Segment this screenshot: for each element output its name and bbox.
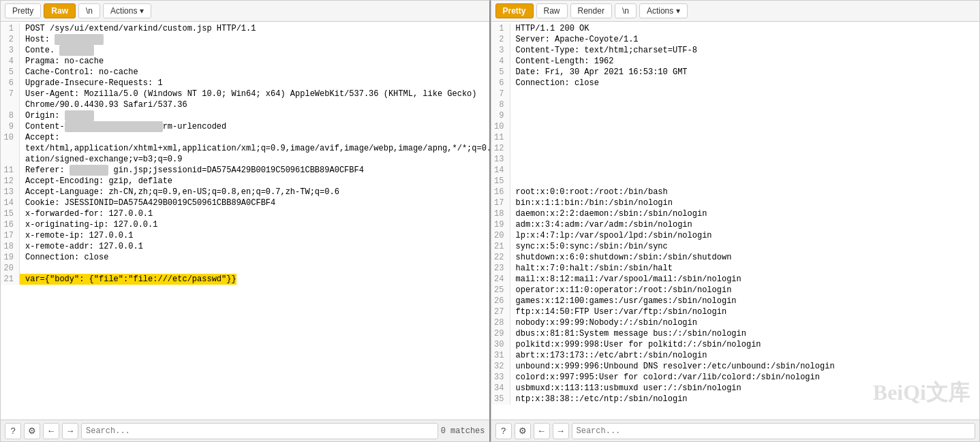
table-row: 16 root:x:0:0:root:/root:/bin/bash [491,187,980,198]
table-row: 28 nobody:x:99:99:Nobody:/:/sbin/nologin [491,317,980,328]
help-button[interactable]: ? [5,423,21,439]
right-code-lines: 1 HTTP/1.1 200 OK 2 Server: Apache-Coyot… [491,23,980,418]
table-row: 6 Upgrade-Insecure-Requests: 1 [1,78,489,89]
table-row: 14 [491,165,980,176]
table-row: 27 ftp:x:14:50:FTP User:/var/ftp:/sbin/n… [491,306,980,317]
table-row: 15 [491,176,980,187]
left-actions-btn[interactable]: Actions ▾ [103,3,151,18]
table-row: text/html,application/xhtml+xml,applicat… [1,143,489,154]
arrow-right-icon: → [556,426,565,436]
right-bottom-bar: ? ⚙ ← → [491,420,980,441]
right-code-area[interactable]: 1 HTTP/1.1 200 OK 2 Server: Apache-Coyot… [491,22,980,420]
table-row: 10 [491,121,980,132]
right-settings-button[interactable]: ⚙ [515,423,531,439]
table-row: 33 colord:x:997:995:User for colord:/var… [491,372,980,383]
table-row: 12 [491,143,980,154]
question-icon: ? [501,426,506,436]
table-row: 12 Accept-Encoding: gzip, deflate [1,176,489,187]
left-pretty-btn[interactable]: Pretty [5,3,41,18]
table-row: 25 operator:x:11:0:operator:/root:/sbin/… [491,285,980,296]
left-panel: Pretty Raw \n Actions ▾ 1 POST /sys/ui/e… [0,0,491,442]
left-code-area[interactable]: 1 POST /sys/ui/extend/varkind/custom.jsp… [1,22,489,420]
prev-match-button[interactable]: ← [43,423,59,439]
right-search-input[interactable] [572,423,976,439]
right-render-btn[interactable]: Render [570,3,612,18]
settings-button[interactable]: ⚙ [24,423,40,439]
left-bottom-bar: ? ⚙ ← → 0 matches [1,420,489,441]
table-row: 17 bin:x:1:1:bin:/bin:/sbin/nologin [491,198,980,208]
arrow-left-icon: ← [47,426,56,436]
table-row: 21 var={"body": {"file":"file:///etc/pas… [1,274,489,285]
question-icon: ? [10,426,15,436]
next-match-button[interactable]: → [62,423,78,439]
table-row: 2 Server: Apache-Coyote/1.1 [491,34,980,45]
table-row: 7 User-Agent: Mozilla/5.0 (Windows NT 10… [1,89,489,99]
table-row: 15 x-forwarded-for: 127.0.0.1 [1,208,489,219]
table-row: 13 [491,154,980,165]
table-row: 11 [491,132,980,143]
table-row: 9 [491,110,980,121]
right-n-btn[interactable]: \n [615,3,637,18]
left-raw-btn[interactable]: Raw [44,3,76,18]
table-row: 3 Content-Type: text/html;charset=UTF-8 [491,45,980,56]
table-row: 11 Referer: gin.jsp;jsessionid=DA575A429… [1,165,489,176]
table-row: 19 Connection: close [1,252,489,263]
right-panel: Pretty Raw Render \n Actions ▾ 1 HTTP/1.… [491,0,981,442]
table-row: 2 Host: [1,34,489,45]
table-row: 22 shutdown:x:6:0:shutdown:/sbin:/sbin/s… [491,252,980,263]
table-row: 8 [491,99,980,110]
table-row: 14 Cookie: JSESSIONID=DA575A429B0019C509… [1,198,489,208]
right-help-button[interactable]: ? [495,423,512,439]
right-next-match-button[interactable]: → [553,423,569,439]
table-row: 1 HTTP/1.1 200 OK [491,23,980,34]
table-row: ation/signed-exchange;v=b3;q=0.9 [1,154,489,165]
right-actions-btn[interactable]: Actions ▾ [639,3,688,18]
table-row: 20 lp:x:4:7:lp:/var/spool/lpd:/sbin/nolo… [491,230,980,241]
table-row: 32 unbound:x:999:996:Unbound DNS resolve… [491,361,980,372]
table-row: 1 POST /sys/ui/extend/varkind/custom.jsp… [1,23,489,34]
table-row: 5 Cache-Control: no-cache [1,67,489,78]
table-row: 30 polkitd:x:999:998:User for polkitd:/:… [491,339,980,350]
right-toolbar: Pretty Raw Render \n Actions ▾ [491,1,980,22]
chevron-down-icon: ▾ [140,6,144,16]
gear-icon: ⚙ [28,426,36,436]
table-row: 4 Pragma: no-cache [1,56,489,67]
table-row: 10 Accept: [1,132,489,143]
main-container: Pretty Raw \n Actions ▾ 1 POST /sys/ui/e… [0,0,980,442]
table-row: 20 [1,263,489,274]
table-row: 7 [491,89,980,99]
table-row: 18 x-remote-addr: 127.0.0.1 [1,241,489,252]
left-code-lines: 1 POST /sys/ui/extend/varkind/custom.jsp… [1,23,489,418]
table-row: 3 Conte. [1,45,489,56]
table-row: 16 x-originating-ip: 127.0.0.1 [1,219,489,230]
table-row: 31 abrt:x:173:173::/etc/abrt:/sbin/nolog… [491,350,980,361]
right-prev-match-button[interactable]: ← [534,423,550,439]
table-row: 13 Accept-Language: zh-CN,zh;q=0.9,en-US… [1,187,489,198]
table-row: 24 mail:x:8:12:mail:/var/spool/mail:/sbi… [491,274,980,285]
arrow-right-icon: → [66,426,75,436]
table-row: 35 ntp:x:38:38::/etc/ntp:/sbin/nologin [491,394,980,405]
left-search-input[interactable] [81,423,438,439]
arrow-left-icon: ← [537,426,546,436]
table-row: 34 usbmuxd:x:113:113:usbmuxd user:/:/sbi… [491,383,980,394]
table-row: 17 x-remote-ip: 127.0.0.1 [1,230,489,241]
table-row: Chrome/90.0.4430.93 Safari/537.36 [1,99,489,110]
table-row: 23 halt:x:7:0:halt:/sbin:/sbin/halt [491,263,980,274]
table-row: 21 sync:x:5:0:sync:/sbin:/bin/sync [491,241,980,252]
table-row: 4 Content-Length: 1962 [491,56,980,67]
table-row: 26 games:x:12:100:games:/usr/games:/sbin… [491,296,980,306]
chevron-down-icon: ▾ [676,6,680,16]
gear-icon: ⚙ [519,426,527,436]
table-row: 9 Content- rm-urlencoded [1,121,489,132]
table-row: 29 dbus:x:81:81:System message bus:/:/sb… [491,328,980,339]
right-raw-btn[interactable]: Raw [536,3,568,18]
right-pretty-btn[interactable]: Pretty [495,3,534,18]
table-row: 5 Date: Fri, 30 Apr 2021 16:53:10 GMT [491,67,980,78]
table-row: 18 daemon:x:2:2:daemon:/sbin:/sbin/nolog… [491,208,980,219]
match-count-label: 0 matches [441,426,485,436]
left-n-btn[interactable]: \n [78,3,100,18]
table-row: 6 Connection: close [491,78,980,89]
left-toolbar: Pretty Raw \n Actions ▾ [1,1,489,22]
table-row: 8 Origin: [1,110,489,121]
table-row: 19 adm:x:3:4:adm:/var/adm:/sbin/nologin [491,219,980,230]
